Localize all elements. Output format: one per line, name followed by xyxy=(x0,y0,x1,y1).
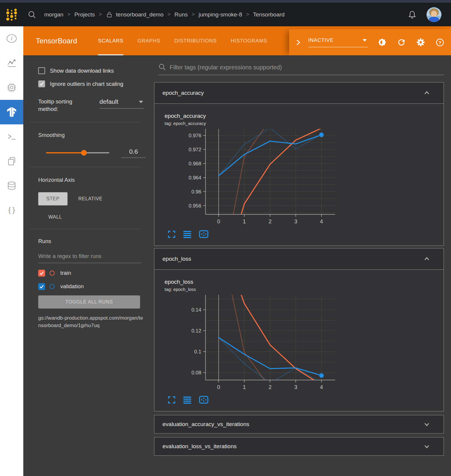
rail-item-files[interactable] xyxy=(0,149,23,173)
runs-filter-input[interactable]: Write a regex to filter runs xyxy=(38,253,141,263)
notifications-button[interactable] xyxy=(407,10,417,19)
tab-distributions[interactable]: DISTRIBUTIONS xyxy=(174,26,217,55)
settings-button[interactable] xyxy=(417,38,425,46)
tag-filter[interactable]: Filter tags (regular expressions support… xyxy=(158,63,444,75)
tab-graphs[interactable]: GRAPHS xyxy=(137,26,160,55)
user-avatar[interactable] xyxy=(427,7,441,22)
scalar-line-chart[interactable]: 0.9560.960.9640.9680.9720.97601234 xyxy=(165,128,341,226)
section-header-evaluation-loss[interactable]: evaluation_loss_vs_iterations xyxy=(154,437,444,456)
tooltip-sorting-select[interactable]: default xyxy=(99,98,144,109)
top-accent-strip xyxy=(0,0,451,3)
database-icon xyxy=(6,180,17,191)
fullscreen-icon xyxy=(168,396,176,404)
rail-item-config[interactable]: { } xyxy=(0,198,23,222)
haxis-relative-button[interactable]: RELATIVE xyxy=(78,196,102,202)
breadcrumb-item[interactable]: Tensorboard xyxy=(253,11,285,18)
runs-menu-button[interactable] xyxy=(183,230,191,238)
svg-text:1: 1 xyxy=(243,219,246,225)
wandb-logo-dots xyxy=(5,8,19,22)
chevron-up-icon[interactable] xyxy=(423,89,430,97)
expand-chart-button[interactable] xyxy=(168,396,176,404)
section-header-evaluation-accuracy[interactable]: evaluation_accuracy_vs_iterations xyxy=(154,415,444,434)
refresh-icon xyxy=(397,38,406,47)
tab-histograms[interactable]: HISTOGRAMS xyxy=(231,26,267,55)
runs-menu-button[interactable] xyxy=(183,396,191,404)
wandb-logo[interactable] xyxy=(0,8,23,22)
chevron-up-icon[interactable] xyxy=(423,255,430,263)
smoothing-label: Smoothing xyxy=(38,132,154,138)
rail-item-artifacts[interactable] xyxy=(0,173,23,198)
smoothing-value[interactable]: 0.6 xyxy=(121,148,146,158)
svg-text:0: 0 xyxy=(217,384,220,390)
breadcrumb-item[interactable]: jumping-smoke-8 xyxy=(199,11,242,18)
help-button[interactable]: ? xyxy=(436,38,444,47)
breadcrumb-item[interactable]: Runs xyxy=(174,11,188,18)
rail-item-charts[interactable] xyxy=(0,51,23,75)
tab-scalars[interactable]: SCALARS xyxy=(98,26,123,55)
chevron-down-icon xyxy=(139,101,143,103)
reload-data-button[interactable] xyxy=(397,38,406,47)
fit-data-button[interactable] xyxy=(199,230,208,238)
chevron-right-icon xyxy=(294,38,302,47)
run-validation-checkbox[interactable] xyxy=(38,283,45,290)
scalars-content: Filter tags (regular expressions support… xyxy=(154,55,451,456)
dark-mode-button[interactable] xyxy=(378,38,386,46)
chevron-down-icon[interactable] xyxy=(423,421,430,428)
breadcrumb-separator: > xyxy=(246,11,249,18)
rail-item-tensorboard[interactable] xyxy=(0,100,23,124)
smoothing-slider[interactable] xyxy=(46,152,109,153)
rail-item-logs[interactable] xyxy=(0,124,23,149)
expand-chart-button[interactable] xyxy=(168,230,176,238)
svg-text:0.08: 0.08 xyxy=(191,370,201,376)
breadcrumb-item[interactable]: tensorboard_demo xyxy=(116,11,164,18)
chart-title: epoch_accuracy xyxy=(165,113,444,119)
ignore-outliers-checkbox[interactable] xyxy=(38,80,45,87)
run-train-label: train xyxy=(60,270,71,276)
svg-text:3: 3 xyxy=(294,384,297,390)
tabs-scroll-button[interactable] xyxy=(294,38,302,47)
fit-data-button[interactable] xyxy=(199,396,208,404)
line-chart-icon xyxy=(6,58,17,68)
haxis-step-button[interactable]: STEP xyxy=(38,192,68,205)
run-train-checkbox[interactable] xyxy=(38,270,45,277)
toggle-all-runs-button[interactable]: TOGGLE ALL RUNS xyxy=(38,295,140,309)
svg-text:0.1: 0.1 xyxy=(194,349,201,355)
run-validation-label: validation xyxy=(60,283,84,290)
chart-title: epoch_loss xyxy=(165,279,444,285)
svg-text:?: ? xyxy=(438,40,441,45)
check-icon xyxy=(39,81,44,86)
chart-tag: tag: epoch_accuracy xyxy=(165,121,444,126)
info-icon: i xyxy=(6,33,17,44)
svg-text:0.972: 0.972 xyxy=(188,147,201,152)
rail-item-system[interactable] xyxy=(0,75,23,100)
tag-filter-placeholder: Filter tags (regular expressions support… xyxy=(170,64,282,71)
wandb-topbar: morgan > Projects > tensorboard_demo > R… xyxy=(0,3,451,26)
divider xyxy=(30,122,141,122)
chevron-down-icon[interactable] xyxy=(423,443,430,450)
lock-open-icon xyxy=(106,11,113,18)
svg-text:0.956: 0.956 xyxy=(188,203,201,209)
run-validation-color-swatch xyxy=(50,284,55,289)
rail-item-overview[interactable]: i xyxy=(0,26,23,51)
tensorflow-icon xyxy=(7,107,17,117)
svg-text:2: 2 xyxy=(269,219,271,225)
bell-icon xyxy=(407,10,417,19)
chevron-down-icon xyxy=(363,39,367,42)
gear-icon xyxy=(417,38,425,46)
runs-menu-icon xyxy=(183,230,191,238)
show-download-links-checkbox[interactable] xyxy=(38,67,45,74)
header-controls-panel: INACTIVE xyxy=(289,29,451,55)
breadcrumb-item[interactable]: morgan xyxy=(44,11,63,18)
scalar-line-chart[interactable]: 0.080.10.120.1401234 xyxy=(165,294,341,391)
horizontal-axis-label: Horizontal Axis xyxy=(38,177,154,183)
breadcrumb-item[interactable]: Projects xyxy=(74,11,95,18)
section-header-epoch-accuracy[interactable]: epoch_accuracy xyxy=(154,82,444,104)
search-icon xyxy=(158,63,166,71)
braces-icon: { } xyxy=(6,205,17,216)
svg-text:i: i xyxy=(11,36,13,42)
haxis-wall-button[interactable]: WALL xyxy=(48,214,62,220)
global-search-button[interactable] xyxy=(27,10,36,19)
section-header-epoch-loss[interactable]: epoch_loss xyxy=(154,248,444,270)
run-state-select[interactable]: INACTIVE xyxy=(308,37,368,47)
slider-thumb[interactable] xyxy=(81,150,87,156)
